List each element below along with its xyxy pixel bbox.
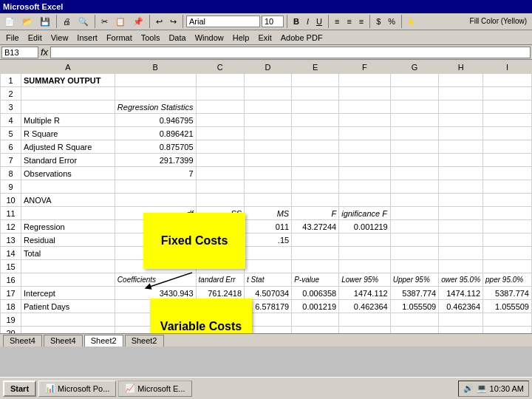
- cell-I2[interactable]: [483, 87, 532, 100]
- cell-B3[interactable]: Regression Statistics: [115, 100, 196, 114]
- cell-D3[interactable]: [245, 100, 292, 114]
- cell-G1[interactable]: [390, 74, 439, 87]
- cell-G18[interactable]: 1.055509: [390, 300, 439, 313]
- cell-E14[interactable]: [292, 247, 339, 260]
- cell-I17[interactable]: 5387.774: [483, 287, 532, 300]
- cell-F16[interactable]: Lower 95%: [339, 273, 391, 287]
- redo-btn[interactable]: ↪: [167, 16, 180, 28]
- cell-D8[interactable]: [245, 167, 292, 180]
- cell-G20[interactable]: [390, 327, 439, 334]
- new-btn[interactable]: 📄: [1, 16, 18, 28]
- cell-reference[interactable]: [1, 47, 38, 58]
- cell-I13[interactable]: [483, 233, 532, 247]
- cell-E8[interactable]: [292, 167, 339, 180]
- align-center-btn[interactable]: ≡: [344, 16, 354, 27]
- cell-H6[interactable]: [439, 140, 483, 154]
- sheet-tab-1[interactable]: Sheet4: [3, 335, 42, 347]
- cell-H20[interactable]: [439, 327, 483, 334]
- cell-B5[interactable]: 0.896421: [115, 127, 196, 140]
- cell-I19[interactable]: [483, 313, 532, 327]
- menu-edit[interactable]: Edit: [24, 32, 47, 44]
- cell-H7[interactable]: [439, 154, 483, 167]
- cell-H1[interactable]: [439, 74, 483, 87]
- cell-A20[interactable]: [21, 327, 115, 334]
- menu-data[interactable]: Data: [164, 32, 190, 44]
- cell-I6[interactable]: [483, 140, 532, 154]
- cell-F7[interactable]: [339, 154, 391, 167]
- sheet-tab-2[interactable]: Sheet4: [44, 335, 83, 347]
- italic-btn[interactable]: I: [304, 16, 312, 27]
- cell-E20[interactable]: [292, 327, 339, 334]
- cell-A17[interactable]: Intercept: [21, 287, 115, 300]
- cell-G3[interactable]: [390, 100, 439, 114]
- cell-A15[interactable]: [21, 260, 115, 273]
- cell-E6[interactable]: [292, 140, 339, 154]
- col-header-I[interactable]: I: [483, 61, 532, 74]
- cell-G8[interactable]: [390, 167, 439, 180]
- cell-I20[interactable]: [483, 327, 532, 334]
- cell-A10[interactable]: ANOVA: [21, 194, 115, 207]
- cell-D7[interactable]: [245, 154, 292, 167]
- cell-D12[interactable]: 011: [245, 220, 292, 233]
- cell-I3[interactable]: [483, 100, 532, 114]
- cell-H5[interactable]: [439, 127, 483, 140]
- menu-exit[interactable]: Exit: [253, 32, 276, 44]
- font-size-selector[interactable]: [262, 16, 284, 27]
- cell-G11[interactable]: [390, 207, 439, 220]
- cell-F2[interactable]: [339, 87, 391, 100]
- cell-A18[interactable]: Patient Days: [21, 300, 115, 313]
- cell-F6[interactable]: [339, 140, 391, 154]
- cell-E4[interactable]: [292, 114, 339, 127]
- cell-C6[interactable]: [196, 140, 245, 154]
- cell-C10[interactable]: [196, 194, 245, 207]
- cell-D6[interactable]: [245, 140, 292, 154]
- cell-E9[interactable]: [292, 180, 339, 194]
- cell-A2[interactable]: [21, 87, 115, 100]
- cell-B17[interactable]: 3430.943: [115, 287, 196, 300]
- paste-btn[interactable]: 📌: [130, 16, 146, 28]
- cell-B10[interactable]: [115, 194, 196, 207]
- cell-H14[interactable]: [439, 247, 483, 260]
- cell-F20[interactable]: [339, 327, 391, 334]
- cell-D16[interactable]: t Stat: [245, 273, 292, 287]
- cell-A4[interactable]: Multiple R: [21, 114, 115, 127]
- cell-E15[interactable]: [292, 260, 339, 273]
- cell-F5[interactable]: [339, 127, 391, 140]
- open-btn[interactable]: 📂: [19, 16, 35, 28]
- cell-I15[interactable]: [483, 260, 532, 273]
- cell-H9[interactable]: [439, 180, 483, 194]
- cell-B6[interactable]: 0.875705: [115, 140, 196, 154]
- cell-G17[interactable]: 5387.774: [390, 287, 439, 300]
- cell-D1[interactable]: [245, 74, 292, 87]
- cell-C7[interactable]: [196, 154, 245, 167]
- cell-G12[interactable]: [390, 220, 439, 233]
- col-header-G[interactable]: G: [390, 61, 439, 74]
- cell-G5[interactable]: [390, 127, 439, 140]
- cell-C8[interactable]: [196, 167, 245, 180]
- cell-I1[interactable]: [483, 74, 532, 87]
- cell-A11[interactable]: [21, 207, 115, 220]
- cell-F17[interactable]: 1474.112: [339, 287, 391, 300]
- cell-F13[interactable]: [339, 233, 391, 247]
- cell-A13[interactable]: Residual: [21, 233, 115, 247]
- cell-D2[interactable]: [245, 87, 292, 100]
- cell-D11[interactable]: MS: [245, 207, 292, 220]
- cell-H8[interactable]: [439, 167, 483, 180]
- col-header-E[interactable]: E: [292, 61, 339, 74]
- cell-E18[interactable]: 0.001219: [292, 300, 339, 313]
- cell-A9[interactable]: [21, 180, 115, 194]
- taskbar-excel[interactable]: 📈 Microsoft E...: [118, 381, 191, 397]
- cell-B8[interactable]: 7: [115, 167, 196, 180]
- cell-F12[interactable]: 0.001219: [339, 220, 391, 233]
- cell-E1[interactable]: [292, 74, 339, 87]
- cell-I4[interactable]: [483, 114, 532, 127]
- cell-C17[interactable]: 761.2418: [196, 287, 245, 300]
- cell-I16[interactable]: pper 95.0%: [483, 273, 532, 287]
- cell-F1[interactable]: [339, 74, 391, 87]
- underline-btn[interactable]: U: [313, 16, 325, 27]
- cell-E12[interactable]: 43.27244: [292, 220, 339, 233]
- cell-B7[interactable]: 291.7399: [115, 154, 196, 167]
- cell-H4[interactable]: [439, 114, 483, 127]
- cell-G4[interactable]: [390, 114, 439, 127]
- cell-B9[interactable]: [115, 180, 196, 194]
